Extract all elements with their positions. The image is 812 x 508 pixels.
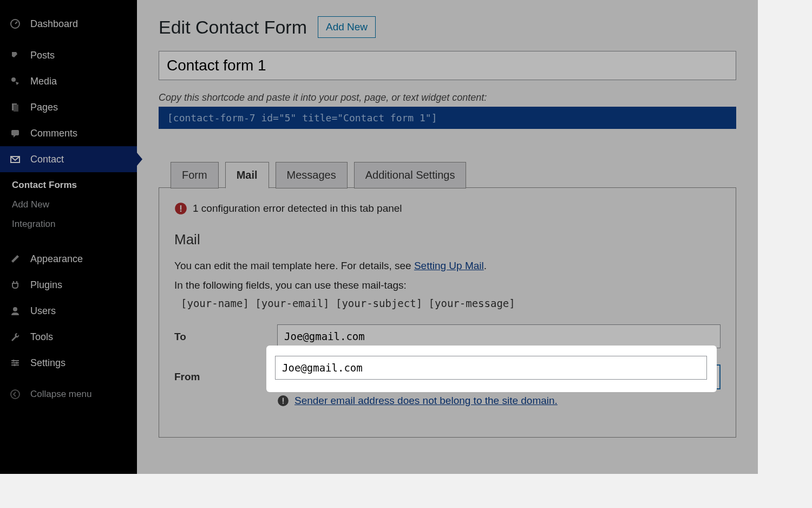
- shortcode-hint: Copy this shortcode and paste it into yo…: [159, 92, 736, 103]
- setting-up-mail-link[interactable]: Setting Up Mail: [414, 260, 484, 271]
- tab-form[interactable]: Form: [171, 162, 219, 188]
- sidebar-label: Tools: [30, 331, 53, 343]
- svg-point-1: [11, 77, 16, 82]
- dashboard-icon: [9, 17, 22, 30]
- sidebar-label: Posts: [30, 50, 55, 61]
- sidebar-label: Plugins: [30, 279, 62, 291]
- panel-desc-line1: You can edit the mail template here. For…: [174, 258, 721, 274]
- sidebar-label: Appearance: [30, 253, 83, 265]
- panel-heading: Mail: [174, 231, 721, 248]
- svg-rect-13: [180, 211, 181, 212]
- form-title-input[interactable]: [159, 51, 736, 80]
- sidebar-label: Settings: [30, 357, 66, 369]
- svg-point-10: [11, 390, 19, 399]
- add-new-button[interactable]: Add New: [318, 16, 376, 38]
- sidebar-label: Pages: [30, 102, 58, 113]
- plug-icon: [9, 278, 22, 291]
- shortcode-box[interactable]: [contact-form-7 id="5" title="Contact fo…: [159, 107, 736, 129]
- main-content: Edit Contact Form Add New Copy this shor…: [137, 0, 758, 474]
- tab-additional-settings[interactable]: Additional Settings: [354, 162, 467, 188]
- svg-rect-4: [11, 130, 19, 135]
- svg-point-9: [14, 364, 16, 366]
- sidebar-item-contact[interactable]: Contact: [0, 146, 137, 172]
- sidebar-item-posts[interactable]: Posts: [0, 42, 137, 68]
- from-label: From: [174, 364, 277, 383]
- sidebar-item-tools[interactable]: Tools: [0, 324, 137, 350]
- pages-icon: [9, 101, 22, 114]
- svg-point-6: [13, 307, 17, 311]
- svg-rect-12: [180, 205, 181, 210]
- brush-icon: [9, 252, 22, 265]
- to-label: To: [174, 324, 277, 343]
- mail-tags: [your-name] [your-email] [your-subject] …: [181, 297, 721, 309]
- sidebar-subitem-add-new[interactable]: Add New: [0, 195, 137, 214]
- error-icon: [174, 202, 187, 215]
- sidebar-item-users[interactable]: Users: [0, 298, 137, 324]
- warning-icon: [277, 395, 289, 407]
- sidebar-item-appearance[interactable]: Appearance: [0, 246, 137, 272]
- sidebar-label: Dashboard: [30, 18, 78, 30]
- svg-rect-15: [283, 398, 284, 402]
- tabs: Form Mail Messages Additional Settings: [171, 161, 736, 188]
- sidebar-subitem-contact-forms[interactable]: Contact Forms: [0, 175, 137, 195]
- config-error-text: 1 configuration error detected in this t…: [193, 203, 402, 214]
- sidebar-item-comments[interactable]: Comments: [0, 120, 137, 146]
- tab-mail[interactable]: Mail: [225, 162, 269, 188]
- svg-point-8: [16, 362, 18, 364]
- admin-sidebar: Dashboard Posts Media Pages Comments Con…: [0, 0, 137, 474]
- svg-rect-3: [14, 105, 18, 112]
- tab-messages[interactable]: Messages: [276, 162, 348, 188]
- sidebar-label: Contact: [30, 154, 64, 165]
- sidebar-subitem-integration[interactable]: Integration: [0, 214, 137, 234]
- wrench-icon: [9, 330, 22, 343]
- pin-icon: [9, 49, 22, 62]
- media-icon: [9, 75, 22, 88]
- sidebar-item-plugins[interactable]: Plugins: [0, 272, 137, 298]
- sidebar-label: Comments: [30, 128, 77, 139]
- collapse-label: Collapse menu: [30, 389, 91, 400]
- page-title: Edit Contact Form: [159, 17, 307, 38]
- sidebar-submenu: Contact Forms Add New Integration: [0, 172, 137, 240]
- sidebar-label: Users: [30, 305, 56, 317]
- from-warning-link[interactable]: Sender email address does not belong to …: [294, 395, 558, 407]
- config-error-notice: 1 configuration error detected in this t…: [174, 202, 721, 215]
- svg-rect-16: [283, 402, 284, 403]
- panel-desc-line2: In the following fields, you can use the…: [174, 277, 721, 294]
- sidebar-label: Media: [30, 76, 57, 87]
- field-row-to: To: [174, 324, 721, 348]
- from-warning: Sender email address does not belong to …: [277, 395, 721, 407]
- comments-icon: [9, 127, 22, 140]
- sidebar-item-settings[interactable]: Settings: [0, 350, 137, 376]
- collapse-icon: [9, 388, 22, 401]
- to-input[interactable]: [277, 324, 721, 348]
- to-input-overlay[interactable]: [275, 356, 707, 380]
- to-input-highlighted: [275, 356, 707, 380]
- user-icon: [9, 304, 22, 317]
- envelope-icon: [9, 153, 22, 166]
- collapse-menu[interactable]: Collapse menu: [0, 381, 137, 407]
- sidebar-item-dashboard[interactable]: Dashboard: [0, 11, 137, 37]
- mail-panel: 1 configuration error detected in this t…: [159, 187, 736, 438]
- sidebar-item-pages[interactable]: Pages: [0, 94, 137, 120]
- sidebar-item-media[interactable]: Media: [0, 68, 137, 94]
- svg-point-7: [12, 360, 15, 362]
- sliders-icon: [9, 356, 22, 369]
